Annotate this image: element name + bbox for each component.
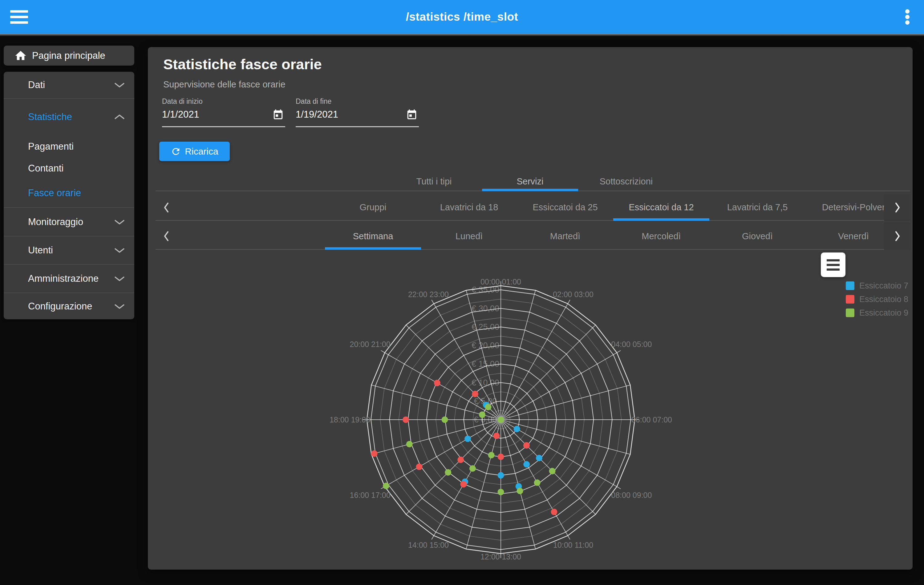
calendar-icon[interactable] [272, 109, 284, 122]
more-options-icon[interactable] [904, 9, 911, 25]
sidebar-item-configurazione[interactable]: Configurazione [4, 292, 134, 319]
radial-tick-label: € 15,00 [472, 359, 499, 369]
tab-essiccatoi-da-25[interactable]: Essiccatoi da 25 [517, 194, 613, 221]
datapoint-essiccatoio-8-h15 [457, 456, 464, 463]
datapoint-essiccatoio-9-h21 [485, 404, 492, 410]
tabs-scroll-right-icon[interactable] [884, 194, 911, 221]
chart-menu-button[interactable] [821, 252, 845, 277]
end-date-label: Data di fine [296, 97, 332, 105]
angular-label-04-00-05-00: 04:00 05:00 [611, 340, 652, 349]
tab-tutti-i-tipi[interactable]: Tutti i tipi [386, 171, 482, 191]
sidebar-item-monitoraggio[interactable]: Monitoraggio [4, 207, 134, 236]
tab-marted[interactable]: Martedì [517, 222, 613, 250]
sidebar-item-label: Contanti [28, 163, 125, 174]
tabs-scroll-left-icon[interactable] [155, 194, 177, 221]
datapoint-essiccatoio-8-h12 [498, 453, 504, 460]
sidebar-item-label: Dati [28, 79, 114, 91]
datapoint-essiccatoio-8-h21 [472, 391, 478, 397]
datapoint-essiccatoio-9-h11 [517, 488, 523, 494]
start-date-value[interactable]: 1/1/2021 [162, 109, 199, 120]
legend-swatch [846, 282, 855, 290]
tab-lavatrici-da-18[interactable]: Lavatrici da 18 [421, 194, 517, 221]
chevron-down-icon [114, 82, 125, 88]
sidebar-item-home[interactable]: Pagina principale [4, 46, 134, 66]
datapoint-essiccatoio-7-h9 [536, 455, 542, 461]
datapoint-essiccatoio-9-h0 [498, 417, 504, 423]
sidebar-item-amministrazione[interactable]: Amministrazione [4, 264, 134, 292]
tabs-scroll-left-icon[interactable] [155, 222, 177, 250]
tab-label: Servizi [516, 176, 543, 186]
sidebar-item-label: Configurazione [28, 301, 114, 312]
angular-label-10-00-11-00: 10:00 11:00 [553, 541, 593, 549]
tabs-scroll-right-icon[interactable] [884, 222, 911, 250]
app-bar-title: /statistics /time_slot [0, 0, 924, 33]
tab-servizi[interactable]: Servizi [482, 171, 578, 191]
sidebar-item-label: Pagamenti [28, 141, 125, 152]
tab-label: Lavatrici da 18 [440, 202, 498, 213]
home-icon [14, 49, 27, 62]
refresh-icon [171, 146, 181, 157]
legend-label: Essiccatoio 9 [859, 308, 908, 318]
tab-label: Martedì [550, 231, 580, 241]
chevron-down-icon [114, 303, 125, 310]
tab-label: Essiccatoi da 12 [629, 202, 694, 213]
day-tabs: SettimanaLunedìMartedìMercoledìGiovedìVe… [148, 222, 912, 250]
datapoint-essiccatoio-7-h10 [523, 461, 530, 468]
datapoint-essiccatoio-9-h17 [406, 441, 413, 447]
sidebar-item-pagamenti[interactable]: Pagamenti [4, 135, 134, 158]
radial-tick-label: € 20,00 [472, 341, 499, 350]
input-underline [162, 126, 285, 127]
input-underline [296, 126, 419, 127]
tab-label: Lunedì [455, 231, 483, 241]
tab-mercoled[interactable]: Mercoledì [613, 222, 710, 250]
tab-lavatrici-da-7-5[interactable]: Lavatrici da 7,5 [710, 194, 805, 221]
sidebar-item-label: Amministrazione [28, 273, 114, 284]
sidebar-menu: DatiStatistichePagamentiContantiFasce or… [4, 72, 134, 319]
page-subtitle: Supervisione delle fasce orarie [163, 79, 285, 90]
datapoint-essiccatoio-9-h15 [445, 469, 451, 476]
legend-item-essiccatoio-8[interactable]: Essiccatoio 8 [846, 292, 908, 306]
legend-item-essiccatoio-7[interactable]: Essiccatoio 7 [846, 279, 908, 292]
angular-label-22-00-23-00: 22:00 23:00 [408, 290, 449, 299]
tab-label: Detersivi-Polver [822, 202, 885, 213]
start-date-field[interactable]: Data di inizio 1/1/2021 [162, 97, 285, 128]
calendar-icon[interactable] [406, 109, 417, 122]
sidebar-item-fasce-orarie[interactable]: Fasce orarie [4, 179, 134, 207]
chart-legend: Essiccatoio 7Essiccatoio 8Essiccatoio 9 [846, 279, 908, 320]
radial-tick-label: € 10,00 [472, 378, 499, 387]
tab-luned[interactable]: Lunedì [421, 222, 517, 250]
sidebar-item-utenti[interactable]: Utenti [4, 236, 134, 264]
datapoint-essiccatoio-9-h12 [498, 489, 504, 495]
sidebar-home-label: Pagina principale [32, 50, 106, 61]
datapoint-essiccatoio-8-h13 [493, 433, 500, 439]
tab-label: Settimana [353, 231, 393, 241]
sidebar-item-statistiche[interactable]: Statistiche [4, 98, 134, 135]
type-tabs: Tutti i tipiServiziSottoscrizioni [148, 171, 912, 191]
app-bar-shadow [0, 33, 924, 36]
sidebar-item-dati[interactable]: Dati [4, 72, 134, 98]
reload-button[interactable]: Ricarica [159, 142, 230, 161]
tab-label: Sottoscrizioni [600, 176, 653, 186]
sidebar-item-label: Utenti [28, 245, 114, 256]
tab-essiccatoi-da-12[interactable]: Essiccatoi da 12 [613, 194, 710, 221]
start-date-label: Data di inizio [162, 97, 203, 105]
page-title: Statistiche fasce orarie [163, 56, 322, 73]
tab-gruppi[interactable]: Gruppi [325, 194, 421, 221]
sidebar: Pagina principale DatiStatistichePagamen… [0, 33, 140, 585]
tab-sottoscrizioni[interactable]: Sottoscrizioni [578, 171, 674, 191]
legend-label: Essiccatoio 7 [859, 281, 908, 291]
tab-gioved[interactable]: Giovedì [710, 222, 805, 250]
sidebar-item-contanti[interactable]: Contanti [4, 158, 134, 179]
legend-item-essiccatoio-9[interactable]: Essiccatoio 9 [846, 306, 908, 320]
datapoint-essiccatoio-8-h20 [434, 380, 441, 386]
active-tab-indicator [482, 189, 578, 191]
end-date-value[interactable]: 1/19/2021 [296, 109, 338, 120]
reload-button-label: Ricarica [185, 146, 218, 157]
end-date-field[interactable]: Data di fine 1/19/2021 [296, 97, 419, 128]
tab-settimana[interactable]: Settimana [325, 222, 421, 250]
chevron-down-icon [114, 275, 125, 282]
datapoint-essiccatoio-8-h14 [460, 481, 467, 488]
angular-label-08-00-09-00: 08:00 09:00 [611, 491, 652, 499]
datapoint-essiccatoio-8-h16 [416, 464, 422, 470]
tab-label: Giovedì [742, 231, 773, 241]
